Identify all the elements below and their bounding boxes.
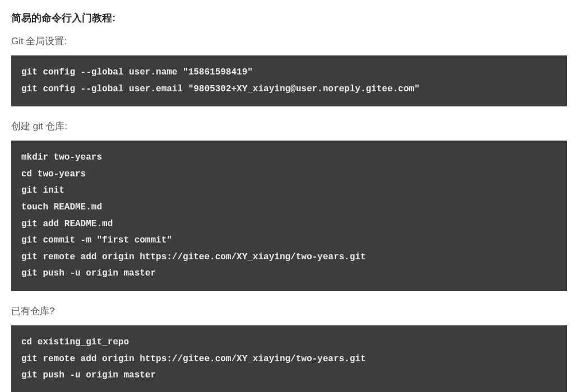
section-subtitle-create-repo: 创建 git 仓库: (11, 120, 567, 133)
section-subtitle-global-settings: Git 全局设置: (11, 35, 567, 48)
code-block-create-repo: mkdir two-years cd two-years git init to… (11, 141, 567, 291)
page-title: 简易的命令行入门教程: (11, 11, 567, 25)
code-block-global-settings: git config --global user.name "158615984… (11, 55, 567, 106)
code-block-existing-repo: cd existing_git_repo git remote add orig… (11, 325, 567, 392)
section-subtitle-existing-repo: 已有仓库? (11, 305, 567, 318)
